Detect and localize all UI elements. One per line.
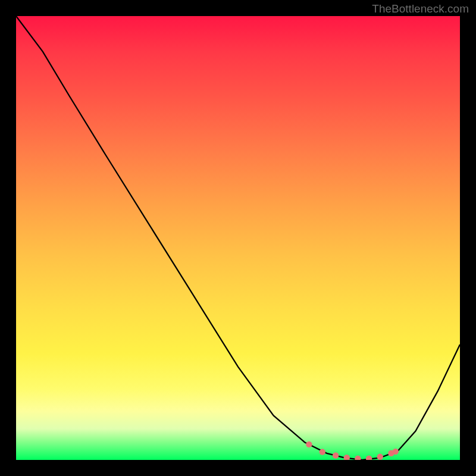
- marker-dot: [344, 455, 350, 460]
- chart-plot-area: [16, 16, 460, 460]
- marker-dot: [366, 456, 372, 460]
- chart-svg: [16, 16, 460, 460]
- marker-dot: [355, 456, 361, 460]
- marker-dot: [306, 441, 312, 447]
- marker-dot: [393, 449, 399, 455]
- marker-dot: [333, 452, 339, 458]
- marker-dot: [320, 449, 325, 455]
- marker-dot: [377, 454, 383, 460]
- watermark-text: TheBottleneck.com: [372, 2, 469, 15]
- marker-dots: [306, 441, 399, 460]
- bottleneck-curve: [16, 16, 460, 460]
